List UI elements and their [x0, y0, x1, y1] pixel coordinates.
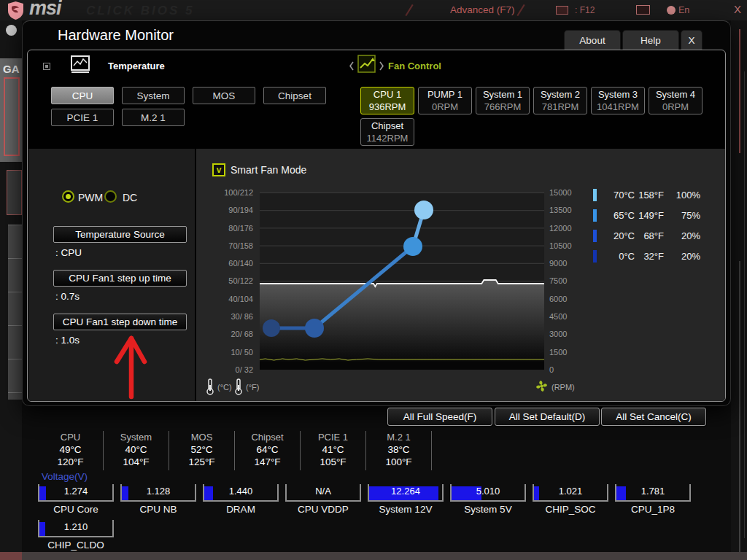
axis-tick-label: 40/104: [228, 295, 253, 303]
axis-tick-label: 70/158: [228, 241, 253, 250]
side-list-strip: [8, 225, 22, 400]
all-set-default-button[interactable]: All Set Default(D): [495, 408, 600, 426]
temperature-readout: MOS 52°C 125°F: [169, 431, 235, 470]
side-box: [7, 170, 22, 215]
fan-setting-value: : 0.7s: [55, 291, 80, 302]
language-label: En: [678, 5, 689, 15]
voltage-gauge: 1.210: [38, 520, 114, 537]
page-title: Hardware Monitor: [58, 27, 174, 44]
thermometer-celsius-icon[interactable]: [206, 378, 214, 395]
axis-tick-label: 100/212: [224, 188, 253, 197]
voltage-gauge: 5.010: [450, 484, 526, 502]
fan-setting-button[interactable]: CPU Fan1 step down time: [53, 314, 187, 330]
voltage-value: 1.440: [204, 486, 277, 497]
fan-selector-button[interactable]: System 1 766RPM: [476, 87, 530, 114]
pwm-radio[interactable]: [62, 190, 74, 203]
legend-color-bar: [593, 230, 597, 242]
voltage-rail: 1.781 CPU_1P8: [615, 484, 697, 515]
msi-shield-logo: [6, 1, 26, 20]
help-button[interactable]: Help: [622, 30, 679, 50]
axis-tick-label: 10500: [549, 241, 572, 250]
axis-tick-label: 60/140: [228, 259, 253, 268]
temperature-source-button[interactable]: MOS: [193, 87, 255, 104]
side-red-box: [4, 77, 20, 156]
fan-selector-button[interactable]: CPU 1 936RPM: [360, 87, 414, 114]
chevron-right-icon[interactable]: [379, 61, 384, 71]
clock-icon: [6, 25, 17, 36]
fan-name: System 4: [656, 88, 695, 101]
bios-bottom-bar-accent: [0, 552, 22, 560]
fan-selector-button[interactable]: System 2 781RPM: [533, 87, 587, 114]
axis-tick-label: 13500: [549, 206, 572, 214]
sensor-name: System: [104, 432, 169, 443]
fan-selector-button[interactable]: Chipset 1142RPM: [360, 118, 414, 146]
temperature-axis-ticks: 100/21290/19480/17670/15860/14050/12240/…: [196, 188, 253, 374]
legend-fahrenheit: 32°F: [635, 251, 664, 262]
axis-tick-label: 7500: [549, 276, 567, 285]
sensor-fahrenheit: 100°F: [366, 456, 431, 468]
axis-tick-label: 50/122: [228, 276, 253, 285]
temperature-source-button[interactable]: System: [122, 87, 185, 104]
voltage-rail-name: System 12V: [368, 504, 444, 515]
close-button[interactable]: X: [681, 30, 703, 50]
fahrenheit-unit-label: (°F): [246, 383, 259, 392]
fan-selector-buttons: CPU 1 936RPM PUMP 1 0RPM System 1 766RPM: [360, 87, 709, 146]
axis-tick-label: 0: [549, 365, 554, 374]
voltage-rail: 1.021 CHIP_SOC: [533, 484, 615, 515]
all-set-cancel-button[interactable]: All Set Cancel(C): [601, 408, 706, 426]
axis-tick-label: 3000: [549, 330, 567, 338]
all-full-speed-button[interactable]: All Full Speed(F): [387, 408, 492, 426]
fan-setting-field: CPU Fan1 step up time : 0.7s: [28, 270, 195, 314]
temperature-source-button[interactable]: CPU: [51, 87, 114, 104]
bios-name-text: CLICK BIOS 5: [86, 4, 194, 18]
divider: [516, 4, 525, 16]
legend-celsius: 70°C: [599, 190, 635, 201]
voltage-rail: N/A CPU VDDP: [285, 484, 368, 515]
temperature-section-label: Temperature: [108, 61, 165, 71]
fan-curve-chart[interactable]: [260, 192, 544, 370]
fan-rpm-value: 781RPM: [542, 101, 579, 113]
thermometer-fahrenheit-icon[interactable]: [234, 378, 243, 395]
temperature-status-row: CPU 49°C 120°F System 40°C 104°F MOS 52°…: [38, 431, 432, 470]
voltage-value: N/A: [287, 486, 360, 497]
fan-setting-field: Temperature Source : CPU: [28, 226, 195, 270]
smart-fan-mode-checkbox[interactable]: v: [212, 163, 225, 176]
fan-selector-button[interactable]: System 4 0RPM: [649, 87, 703, 114]
axis-tick-label: 20/ 68: [231, 330, 253, 338]
divider: [405, 4, 413, 16]
monitor-panel: Temperature Fan Control CPU System: [27, 50, 726, 402]
voltage-gauge: N/A: [285, 484, 361, 502]
celsius-unit-label: (°C): [217, 383, 232, 392]
sensor-name: CPU: [38, 432, 103, 443]
temperature-source-button[interactable]: M.2 1: [122, 109, 185, 126]
voltage-gauge: 1.128: [120, 484, 196, 502]
chevron-left-icon[interactable]: [349, 61, 355, 71]
legend-celsius: 20°C: [599, 230, 635, 241]
sensor-name: PCIE 1: [301, 432, 365, 443]
fan-icon: [535, 380, 548, 392]
voltage-value: 1.128: [122, 486, 195, 497]
temperature-source-button[interactable]: Chipset: [263, 87, 326, 104]
legend-duty-percent: 100%: [664, 190, 700, 201]
msi-brand-text: msi: [29, 0, 61, 20]
fan-setting-button[interactable]: Temperature Source: [53, 226, 187, 243]
sensor-celsius: 38°C: [366, 443, 431, 456]
hardware-monitor-dialog: Hardware Monitor About Help X Temperatur…: [22, 20, 731, 406]
fan-selector-button[interactable]: System 3 1041RPM: [591, 87, 645, 114]
axis-tick-label: 1500: [549, 348, 567, 357]
fan-rpm-value: 1041RPM: [597, 101, 639, 113]
dc-radio[interactable]: [104, 190, 117, 203]
fan-control-section-icon: [357, 55, 376, 73]
temperature-source-button[interactable]: PCIE 1: [51, 109, 114, 126]
voltage-rail: 1.274 CPU Core: [38, 484, 120, 515]
fan-selector-button[interactable]: PUMP 1 0RPM: [418, 87, 472, 114]
voltage-gauge: 1.274: [38, 484, 114, 502]
about-button[interactable]: About: [564, 30, 621, 50]
smart-fan-mode-label: Smart Fan Mode: [231, 164, 306, 176]
voltage-value: 1.274: [39, 486, 112, 497]
sensor-celsius: 52°C: [169, 443, 234, 456]
fan-name: PUMP 1: [427, 88, 462, 101]
fan-setting-button[interactable]: CPU Fan1 step up time: [53, 270, 187, 287]
temperature-readout: Chipset 64°C 147°F: [235, 431, 301, 470]
sensor-celsius: 64°C: [235, 443, 300, 456]
